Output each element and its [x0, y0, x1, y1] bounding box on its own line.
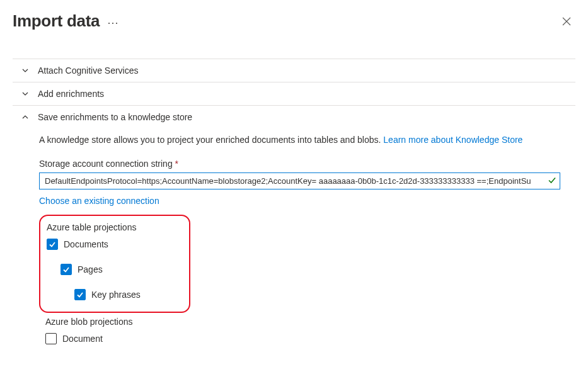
checkbox-document-blob[interactable] [45, 333, 57, 344]
checkbox-key-phrases[interactable] [74, 289, 86, 300]
conn-string-input[interactable] [39, 172, 560, 189]
checkbox-row-documents: Documents [47, 239, 183, 250]
checkbox-document-blob-label: Document [62, 334, 103, 344]
knowledge-store-description: A knowledge store allows you to project … [39, 135, 560, 145]
valid-check-icon [548, 176, 556, 186]
section-header-attach[interactable]: Attach Cognitive Services [13, 59, 575, 82]
close-icon [562, 17, 571, 26]
section-save-enrichments: Save enrichments to a knowledge store A … [13, 105, 575, 359]
checkbox-row-key-phrases: Key phrases [74, 289, 183, 300]
choose-existing-connection-link[interactable]: Choose an existing connection [39, 196, 560, 206]
checkbox-key-phrases-label: Key phrases [91, 290, 141, 300]
more-icon[interactable]: ⋯ [107, 16, 119, 30]
chevron-down-icon [21, 90, 29, 98]
section-attach-label: Attach Cognitive Services [38, 65, 139, 76]
checkbox-documents-label: Documents [64, 239, 108, 249]
table-projections-highlight: Azure table projections Documents Pages [39, 215, 190, 313]
section-save-label: Save enrichments to a knowledge store [38, 112, 192, 122]
section-save-body: A knowledge store allows you to project … [13, 128, 575, 359]
checkbox-row-document-blob: Document [45, 333, 560, 344]
header: Import data ⋯ [13, 11, 575, 31]
section-enrich-label: Add enrichments [38, 89, 104, 99]
checkbox-pages[interactable] [61, 264, 72, 275]
section-attach-cognitive-services: Attach Cognitive Services [13, 59, 575, 82]
chevron-down-icon [21, 67, 29, 74]
checkbox-documents[interactable] [47, 239, 58, 250]
page-title: Import data [13, 11, 100, 31]
learn-more-link[interactable]: Learn more about Knowledge Store [383, 135, 522, 145]
blob-projections-title: Azure blob projections [45, 317, 560, 327]
conn-string-label: Storage account connection string * [39, 159, 560, 169]
table-projections-title: Azure table projections [47, 222, 183, 232]
checkbox-pages-label: Pages [78, 264, 103, 274]
chevron-up-icon [21, 113, 29, 121]
checkbox-row-pages: Pages [61, 264, 183, 275]
section-add-enrichments: Add enrichments [13, 82, 575, 105]
section-header-save[interactable]: Save enrichments to a knowledge store [13, 106, 575, 128]
blob-projections-group: Azure blob projections Document [39, 317, 560, 344]
section-header-enrich[interactable]: Add enrichments [13, 82, 575, 105]
close-button[interactable] [558, 13, 575, 30]
